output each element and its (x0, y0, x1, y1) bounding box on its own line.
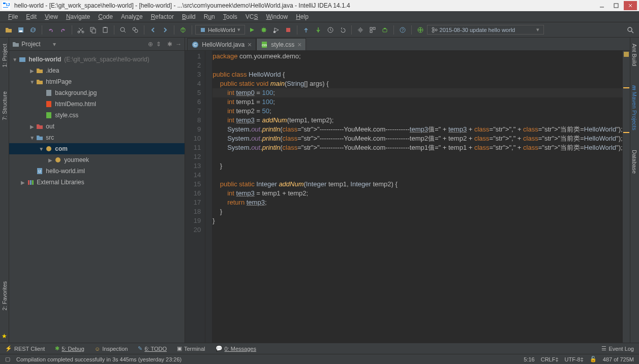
status-icon[interactable]: ▢ (5, 356, 10, 362)
right-tab-ant[interactable]: Ant Build (631, 42, 637, 68)
settings-button[interactable] (355, 24, 366, 36)
replace-button[interactable] (130, 24, 141, 36)
tree-item[interactable]: ▼src (9, 132, 185, 143)
warning-stripe-marker[interactable] (623, 132, 629, 133)
stop-button[interactable] (283, 24, 294, 36)
scroll-from-source-icon[interactable]: ⊕ (148, 41, 153, 48)
run-button[interactable] (246, 24, 257, 36)
debug-button[interactable] (258, 24, 269, 36)
menu-code[interactable]: Code (94, 12, 117, 21)
search-everywhere-button[interactable] (625, 24, 636, 36)
line-separator[interactable]: CRLF‡ (541, 356, 559, 362)
save-button[interactable] (15, 24, 26, 36)
coverage-button[interactable] (270, 24, 282, 36)
vcs-commit-button[interactable] (313, 24, 324, 36)
sdk-button[interactable] (379, 24, 390, 36)
menu-build[interactable]: Build (178, 12, 200, 21)
menu-file[interactable]: File (4, 12, 22, 21)
menu-refactor[interactable]: Refactor (147, 12, 178, 21)
bottom-tab-rest[interactable]: ⚡REST Client (5, 345, 45, 352)
forward-button[interactable] (160, 24, 171, 36)
tree-item-label: External Libraries (37, 179, 84, 186)
fold-gutter[interactable] (205, 51, 212, 343)
tree-item[interactable]: style.css (9, 110, 185, 121)
bottom-tab-eventlog[interactable]: ☰Event Log (601, 345, 634, 352)
vcs-update-button[interactable] (300, 24, 312, 36)
find-button[interactable] (117, 24, 129, 36)
menu-help[interactable]: Help (292, 12, 313, 21)
tree-item[interactable]: ▶External Libraries (9, 177, 185, 188)
svg-point-14 (120, 27, 125, 31)
maximize-button[interactable] (610, 1, 623, 10)
paste-button[interactable] (100, 24, 111, 36)
redo-button[interactable] (57, 24, 69, 36)
bottom-tab-messages[interactable]: 💬0: Messages (216, 345, 256, 352)
tree-root[interactable]: ▼ hello-world (E:\git_work_space\hello-w… (9, 54, 185, 65)
collapse-all-icon[interactable]: ⇕ (156, 41, 161, 48)
run-configuration-selector[interactable]: HelloWorld ▾ (195, 25, 245, 35)
left-tab-structure[interactable]: 7: Structure (2, 89, 8, 122)
tree-item[interactable]: background.jpg (9, 87, 185, 98)
menu-tools[interactable]: Tools (219, 12, 241, 21)
window-titlebar: IJ hello-world - [E:\git_work_space\hell… (0, 0, 639, 11)
close-tab-icon[interactable]: × (248, 41, 252, 49)
tree-item[interactable]: ▶youmeek (9, 154, 185, 166)
back-button[interactable] (147, 24, 159, 36)
memory-indicator[interactable]: 487 of 725M (603, 356, 634, 362)
close-tab-icon[interactable]: × (297, 41, 301, 49)
menu-run[interactable]: Run (200, 12, 219, 21)
open-button[interactable] (3, 24, 14, 36)
editor-tab-helloworld[interactable]: C HelloWorld.java × (187, 38, 256, 50)
tree-item[interactable]: ▶.idea (9, 65, 185, 76)
bottom-tab-terminal[interactable]: ▣Terminal (177, 345, 205, 352)
build-button[interactable] (177, 24, 189, 36)
tree-item[interactable]: IJhello-world.iml (9, 166, 185, 177)
left-tab-favorites[interactable]: 2: Favorites (2, 279, 8, 312)
minimize-button[interactable] (595, 1, 608, 10)
error-stripe[interactable] (623, 51, 630, 343)
tree-item[interactable]: ▶out (9, 121, 185, 132)
copy-button[interactable] (87, 24, 99, 36)
right-tab-maven[interactable]: m Maven Projects (631, 83, 637, 133)
commit-changes-button[interactable] (415, 24, 426, 36)
menu-view[interactable]: View (41, 12, 62, 21)
editor-tab-stylecss[interactable]: css style.css × (256, 38, 306, 50)
bottom-tab-debug[interactable]: ✱5: Debug (55, 345, 84, 352)
panel-settings-icon[interactable]: ✱ (167, 41, 172, 48)
project-tree[interactable]: ▼ hello-world (E:\git_work_space\hello-w… (9, 51, 185, 343)
svg-rect-27 (383, 29, 387, 32)
menu-analyze[interactable]: Analyze (117, 12, 147, 21)
menu-edit[interactable]: Edit (22, 12, 41, 21)
line-number-gutter[interactable]: 1234567891011121314151617181920 (185, 51, 205, 343)
git-branch-selector[interactable]: 2015-08-30 update hello world ▾ (427, 25, 544, 35)
status-bar: ▢ Compilation completed successfully in … (0, 354, 639, 364)
bottom-tab-todo[interactable]: ✎6: TODO (138, 345, 167, 352)
svg-rect-28 (384, 28, 386, 29)
bottom-tab-inspection[interactable]: ☺Inspection (95, 346, 128, 352)
code-editor[interactable]: 1234567891011121314151617181920 package … (185, 51, 629, 343)
file-encoding[interactable]: UTF-8‡ (565, 356, 584, 362)
right-tab-database[interactable]: Database (631, 148, 637, 176)
warning-marker-icon (624, 52, 629, 57)
warning-stripe-marker[interactable] (623, 87, 629, 88)
cut-button[interactable] (75, 24, 86, 36)
hide-panel-icon[interactable]: → (175, 41, 181, 48)
tree-item[interactable]: ▼htmlPage (9, 76, 185, 87)
svg-rect-11 (92, 29, 96, 33)
left-tab-project[interactable]: 1: Project (2, 42, 8, 69)
menu-navigate[interactable]: Navigate (62, 12, 94, 21)
undo-button[interactable] (45, 24, 56, 36)
tree-item[interactable]: ▼com (9, 143, 185, 154)
sync-button[interactable] (27, 24, 39, 36)
close-button[interactable] (624, 1, 637, 10)
menu-window[interactable]: Window (262, 12, 292, 21)
readonly-toggle[interactable]: 🔓 (590, 356, 597, 362)
caret-position[interactable]: 5:16 (524, 356, 534, 362)
vcs-history-button[interactable] (325, 24, 336, 36)
help-button[interactable]: ? (397, 24, 408, 36)
tree-item[interactable]: htmlDemo.html (9, 98, 185, 110)
vcs-revert-button[interactable] (337, 24, 348, 36)
code-content[interactable]: package com.youmeek.demo; public class H… (212, 51, 622, 343)
project-structure-button[interactable] (367, 24, 378, 36)
menu-vcs[interactable]: VCS (241, 12, 262, 21)
